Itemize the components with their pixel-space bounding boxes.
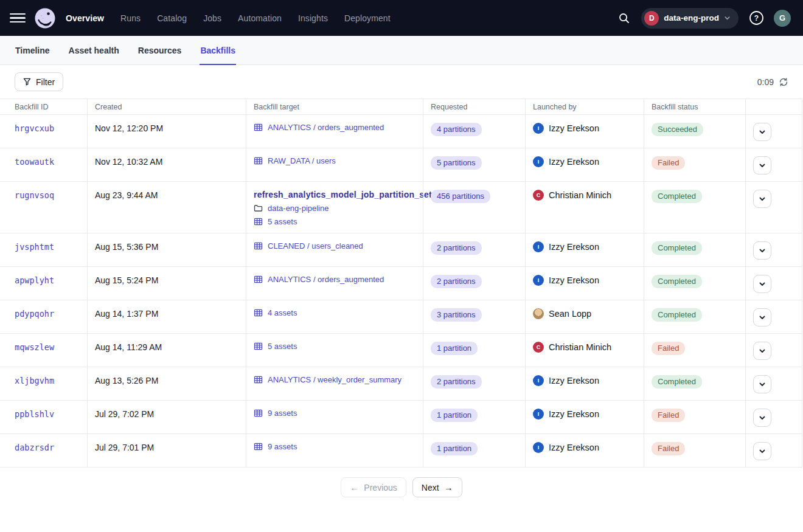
asset-table-icon <box>254 156 263 165</box>
table-body: hrgvcxubNov 12, 12:20 PMANALYTICS / orde… <box>0 115 802 468</box>
asset-table-icon <box>254 442 263 451</box>
nav-item-insights[interactable]: Insights <box>298 13 328 23</box>
menu-icon[interactable] <box>10 10 26 26</box>
backfill-id-link[interactable]: dabzrsdr <box>15 443 54 452</box>
backfill-id-link[interactable]: xljbgvhm <box>15 376 54 385</box>
backfill-id-link[interactable]: rugnvsoq <box>15 190 54 200</box>
backfill-target-link[interactable]: 5 assets <box>268 342 297 351</box>
chevron-down-icon <box>759 447 766 455</box>
backfill-id-link[interactable]: pdypqohr <box>15 309 54 319</box>
requested-partitions-badge: 1 partition <box>431 409 478 422</box>
requested-partitions-badge: 1 partition <box>431 442 478 455</box>
arrow-right-icon: → <box>444 482 453 492</box>
backfill-status-badge: Completed <box>652 275 702 288</box>
row-actions-menu-button[interactable] <box>753 123 771 141</box>
backfills-table: Backfill ID Created Backfill target Requ… <box>0 98 802 468</box>
filter-button[interactable]: Filter <box>15 72 63 91</box>
backfill-status-badge: Failed <box>652 342 685 355</box>
nav-item-catalog[interactable]: Catalog <box>157 13 187 23</box>
nav-item-overview[interactable]: Overview <box>66 13 104 23</box>
launched-by-user: IIzzy Erekson <box>533 123 636 134</box>
user-initial-avatar: I <box>533 375 544 386</box>
user-name: Izzy Erekson <box>549 157 599 167</box>
backfill-id-link[interactable]: apwplyht <box>15 275 54 285</box>
row-actions-menu-button[interactable] <box>753 308 771 326</box>
nav-item-deployment[interactable]: Deployment <box>344 13 391 23</box>
backfill-target-cell: ANALYTICS / weekly_order_summary <box>246 367 423 400</box>
requested-partitions-badge: 5 partitions <box>431 156 482 170</box>
row-actions-menu-button[interactable] <box>753 241 771 260</box>
row-actions-menu-button[interactable] <box>753 442 771 460</box>
backfill-status-badge: Failed <box>652 156 685 170</box>
row-actions-menu-button[interactable] <box>753 190 771 208</box>
row-actions-menu-button[interactable] <box>753 342 771 360</box>
tab-backfills[interactable]: Backfills <box>200 36 236 64</box>
dagster-logo-icon <box>33 6 57 30</box>
next-page-button[interactable]: Next → <box>412 477 462 497</box>
svg-text:?: ? <box>754 14 758 22</box>
backfill-target-cell: 9 assets <box>246 434 423 467</box>
backfill-target-link[interactable]: 4 assets <box>268 308 297 317</box>
launched-by-user: Sean Lopp <box>533 308 636 319</box>
backfill-target-cell: 9 assets <box>246 401 423 434</box>
table-row: toowautkNov 12, 10:32 AMRAW_DATA / users… <box>0 148 802 182</box>
created-timestamp: Aug 14, 11:29 AM <box>95 342 162 352</box>
row-actions-menu-button[interactable] <box>753 275 771 293</box>
created-timestamp: Aug 13, 5:26 PM <box>95 376 158 385</box>
tab-asset-health[interactable]: Asset health <box>68 36 120 64</box>
backfill-target-link[interactable]: ANALYTICS / orders_augmented <box>268 275 384 284</box>
top-nav: Overview Runs Catalog Jobs Automation In… <box>0 0 803 36</box>
backfill-target-cell: ANALYTICS / orders_augmented <box>246 115 423 148</box>
chevron-down-icon <box>759 280 766 288</box>
table-row: rugnvsoqAug 23, 9:44 AMrefresh_analytics… <box>0 182 802 233</box>
user-name: Izzy Erekson <box>549 242 599 252</box>
backfill-target-link[interactable]: 9 assets <box>268 442 297 451</box>
launched-by-user: IIzzy Erekson <box>533 241 636 252</box>
backfill-target-link[interactable]: ANALYTICS / orders_augmented <box>268 123 384 132</box>
deployment-name: data-eng-prod <box>664 13 719 22</box>
row-actions-menu-button[interactable] <box>753 156 771 174</box>
backfill-id-link[interactable]: hrgvcxub <box>15 123 54 133</box>
backfill-target-cell: 4 assets <box>246 300 423 333</box>
asset-table-icon <box>254 409 263 418</box>
backfill-id-link[interactable]: ppblshlv <box>15 409 54 419</box>
nav-item-runs[interactable]: Runs <box>120 13 141 23</box>
created-timestamp: Jul 29, 7:02 PM <box>95 409 154 419</box>
user-name: Izzy Erekson <box>549 123 599 133</box>
table-row: hrgvcxubNov 12, 12:20 PMANALYTICS / orde… <box>0 115 802 148</box>
chevron-down-icon <box>759 162 766 169</box>
nav-item-automation[interactable]: Automation <box>238 13 282 23</box>
backfill-id-link[interactable]: jvsphtmt <box>15 242 54 252</box>
backfill-target-cell: refresh_analytics_model_job_partition_se… <box>246 182 423 233</box>
created-timestamp: Aug 15, 5:24 PM <box>95 275 158 285</box>
backfill-target-job-link[interactable]: refresh_analytics_model_job_partition_se… <box>254 190 432 199</box>
previous-page-button[interactable]: ← Previous <box>341 477 406 497</box>
tab-timeline[interactable]: Timeline <box>15 36 50 64</box>
refresh-icon[interactable] <box>779 77 788 87</box>
backfill-target-link[interactable]: RAW_DATA / users <box>268 156 336 165</box>
deployment-switcher[interactable]: D data-eng-prod <box>641 8 739 29</box>
backfill-target-link[interactable]: 9 assets <box>268 409 297 418</box>
row-actions-menu-button[interactable] <box>753 375 771 393</box>
asset-table-icon <box>254 241 263 250</box>
help-icon[interactable]: ? <box>748 10 765 27</box>
backfill-id-link[interactable]: toowautk <box>15 157 54 167</box>
user-initial-avatar: I <box>533 409 544 420</box>
backfill-target-link[interactable]: 5 assets <box>268 217 297 226</box>
launched-by-user: IIzzy Erekson <box>533 275 636 286</box>
backfill-status-badge: Completed <box>652 308 702 322</box>
row-actions-menu-button[interactable] <box>753 409 771 427</box>
backfill-target-cell: RAW_DATA / users <box>246 148 423 181</box>
created-timestamp: Nov 12, 12:20 PM <box>95 123 163 133</box>
backfill-target-link[interactable]: CLEANED / users_cleaned <box>268 241 363 250</box>
table-row: dabzrsdrJul 29, 7:01 PM9 assets1 partiti… <box>0 434 802 468</box>
table-row: ppblshlvJul 29, 7:02 PM9 assets1 partiti… <box>0 401 802 434</box>
nav-item-jobs[interactable]: Jobs <box>203 13 221 23</box>
tab-resources[interactable]: Resources <box>137 36 182 64</box>
backfill-target-link[interactable]: ANALYTICS / weekly_order_summary <box>268 375 401 384</box>
backfill-id-link[interactable]: mqwszlew <box>15 342 54 352</box>
search-icon[interactable] <box>616 10 632 26</box>
backfill-target-link[interactable]: data-eng-pipeline <box>268 204 328 213</box>
col-header-backfill-status: Backfill status <box>644 99 745 114</box>
user-avatar[interactable]: G <box>774 10 791 27</box>
